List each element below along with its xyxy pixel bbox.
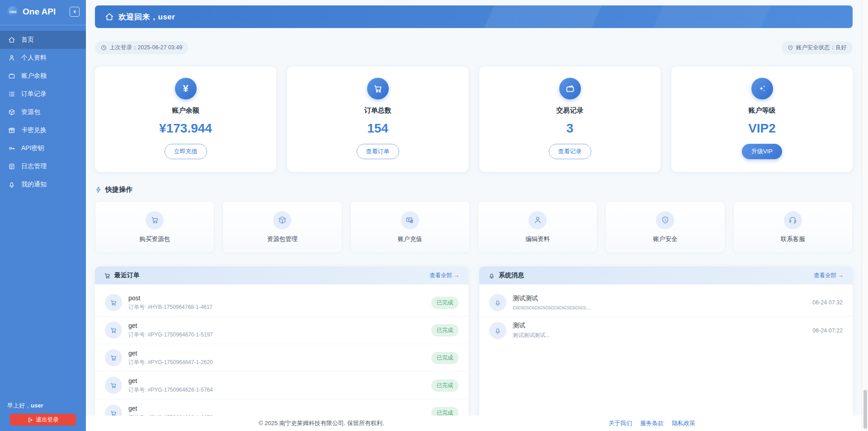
sidebar-item-redeem[interactable]: 卡密兑换: [0, 121, 86, 139]
logo-row: ONE One API: [0, 0, 86, 23]
quick-action-edit-profile[interactable]: 编辑资料: [478, 201, 597, 253]
home-icon: [8, 36, 15, 43]
sidebar-item-label: 我的通知: [21, 180, 47, 189]
upgrade-vip-button[interactable]: 升级VIP: [742, 144, 782, 159]
bell-icon: [8, 181, 15, 188]
sidebar-item-packages[interactable]: 资源包: [0, 103, 86, 121]
security-status-text: 账户安全状态：良好: [796, 44, 847, 52]
banknote-icon: [401, 211, 419, 229]
message-time: 06-24 07:32: [812, 299, 843, 306]
order-number: 订单号: #PYG-1750964647-1-2620: [128, 359, 425, 366]
status-badge: 已完成: [431, 297, 458, 309]
document-icon: [8, 163, 15, 170]
cart-icon: [146, 211, 164, 229]
stat-card-orders: 订单总数 154 查看订单: [287, 66, 468, 172]
order-row: get订单号: #PYG-1750964647-1-2620 已完成: [95, 344, 468, 372]
orders-view-all-link[interactable]: 查看全部 →: [429, 272, 459, 279]
sidebar-collapse-button[interactable]: [70, 7, 80, 17]
last-login-text: 上次登录：2025-06-27 03:49: [109, 44, 182, 52]
quick-actions-title: 快捷操作: [105, 185, 132, 194]
quick-action-label: 账户安全: [653, 235, 677, 243]
stat-value: 3: [486, 121, 653, 136]
quick-action-support[interactable]: 联系客服: [733, 201, 853, 253]
quick-action-security[interactable]: 账户安全: [605, 201, 725, 253]
stat-value: ¥173.944: [102, 121, 269, 136]
recent-orders-header: 最近订单 查看全部 →: [95, 266, 468, 284]
order-name: get: [128, 350, 425, 357]
security-status-pill: 账户安全状态：良好: [782, 41, 853, 54]
sidebar-item-label: 日志管理: [21, 162, 47, 171]
order-number: 订单号: #PYG-1750964626-1-5764: [128, 386, 425, 394]
stat-card-level: 账户等级 VIP2 升级VIP: [671, 66, 853, 172]
shield-icon: [788, 45, 793, 51]
cart-icon: [105, 322, 122, 339]
window-scrollbar[interactable]: [862, 0, 868, 431]
lightning-icon: [95, 186, 102, 193]
view-records-button[interactable]: 查看记录: [549, 144, 591, 159]
logout-label: 退出登录: [36, 416, 59, 424]
sidebar-item-orders[interactable]: 订单记录: [0, 85, 86, 103]
system-messages-header: 系统消息 查看全部 →: [479, 266, 853, 284]
sidebar-item-label: 资源包: [21, 108, 40, 116]
footer-link-privacy[interactable]: 隐私政策: [672, 419, 695, 427]
status-badge: 已完成: [431, 352, 458, 364]
recharge-now-button[interactable]: 立即充值: [165, 144, 207, 159]
quick-action-label: 资源包管理: [267, 235, 298, 243]
stat-card-transactions: 交易记录 3 查看记录: [479, 66, 660, 172]
footer-link-about[interactable]: 关于我们: [609, 419, 632, 427]
message-time: 06-24 07:22: [812, 327, 843, 334]
sidebar-divider: [0, 25, 86, 25]
quick-action-manage-packages[interactable]: 资源包管理: [222, 201, 342, 253]
clock-icon: [101, 45, 107, 51]
quick-action-label: 购买资源包: [139, 235, 170, 243]
cart-icon: [105, 294, 122, 311]
home-icon: [105, 12, 114, 21]
package-icon: [273, 211, 291, 229]
message-title: 测试测试: [513, 294, 806, 303]
recent-orders-panel: 最近订单 查看全部 → post订单号: #HYB-1750964768-1-4…: [95, 266, 468, 431]
footer-link-terms[interactable]: 服务条款: [640, 419, 664, 427]
sidebar-item-api-keys[interactable]: API密钥: [0, 139, 86, 157]
stat-card-balance: ¥ 账户余额 ¥173.944 立即充值: [95, 66, 276, 172]
quick-action-buy-package[interactable]: 购买资源包: [95, 201, 214, 253]
sparkles-icon: [751, 78, 773, 99]
greeting-username: user: [31, 402, 43, 409]
cart-icon: [367, 78, 389, 99]
logout-button[interactable]: 退出登录: [10, 414, 76, 426]
messages-view-all-link[interactable]: 查看全部 →: [814, 272, 844, 279]
sidebar-item-profile[interactable]: 个人资料: [0, 49, 86, 67]
message-preview: 测试测试测试...: [513, 332, 806, 339]
sidebar-item-notifications[interactable]: 我的通知: [0, 175, 86, 194]
quick-action-recharge[interactable]: 账户充值: [350, 201, 470, 253]
stat-value: 154: [294, 121, 461, 136]
view-orders-button[interactable]: 查看订单: [357, 144, 399, 159]
system-messages-title: 系统消息: [499, 271, 524, 279]
sidebar-item-balance[interactable]: 账户余额: [0, 67, 86, 85]
sidebar: ONE One API 首页 个人资料 账户余额 订单记录 资源包 卡密兑换 A…: [0, 0, 86, 431]
scrollbar-thumb[interactable]: [863, 390, 867, 429]
stat-title: 账户余额: [102, 106, 269, 115]
sidebar-item-logs[interactable]: 日志管理: [0, 157, 86, 175]
greeting: 早上好，user: [7, 402, 79, 410]
shield-icon: [656, 211, 674, 229]
cart-icon: [104, 272, 111, 279]
sidebar-item-home[interactable]: 首页: [0, 31, 86, 49]
list-icon: [8, 90, 15, 98]
order-name: post: [128, 294, 425, 302]
sidebar-item-label: 个人资料: [21, 54, 47, 62]
stat-value: VIP2: [679, 121, 845, 136]
bell-icon: [489, 294, 506, 311]
welcome-title: 欢迎回来，user: [118, 12, 175, 22]
system-messages-panel: 系统消息 查看全部 → 测试测试cscscscscscscsccscscscsc…: [479, 266, 853, 431]
main-content: 欢迎回来，user 上次登录：2025-06-27 03:49 账户安全状态：良…: [86, 0, 868, 431]
order-row: get订单号: #PYG-1750964626-1-5764 已完成: [95, 372, 468, 399]
greeting-text: 早上好，: [7, 402, 31, 409]
message-row: 测试测试cscscscscscscsccscscscscscs... 06-24…: [479, 289, 853, 317]
copyright-text: © 2025 南宁史莱姆科技有限公司. 保留所有权利.: [259, 419, 384, 427]
user-icon: [528, 211, 547, 229]
headset-icon: [784, 211, 802, 229]
quick-action-label: 编辑资料: [525, 235, 550, 243]
order-number: 订单号: #HYB-1750964768-1-4617: [128, 303, 425, 311]
message-preview: cscscscscscscsccscscscscscs...: [513, 304, 806, 311]
stat-title: 订单总数: [294, 106, 461, 115]
